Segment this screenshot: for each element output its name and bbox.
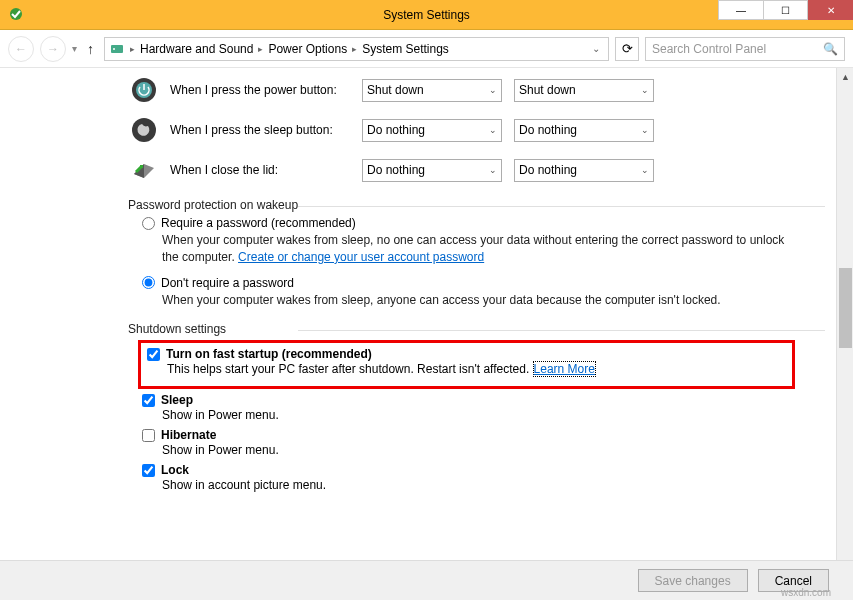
require-password-radio[interactable] — [142, 217, 155, 230]
require-password-desc: When your computer wakes from sleep, no … — [162, 232, 795, 266]
fast-startup-checkbox[interactable] — [147, 348, 160, 361]
lid-label: When I close the lid: — [170, 163, 350, 177]
control-panel-icon — [109, 41, 125, 57]
lid-row: When I close the lid: Do nothing⌄ Do not… — [130, 156, 795, 184]
create-password-link[interactable]: Create or change your user account passw… — [238, 250, 484, 264]
fast-startup-option: Turn on fast startup (recommended) This … — [147, 347, 786, 376]
lock-checkbox-label[interactable]: Lock — [142, 463, 795, 477]
maximize-button[interactable]: ☐ — [763, 0, 808, 20]
no-password-radio-label[interactable]: Don't require a password — [142, 276, 795, 290]
content-area: When I press the power button: Shut down… — [0, 68, 853, 600]
require-password-text: Require a password (recommended) — [161, 216, 356, 230]
scrollbar[interactable]: ▲ ▼ — [836, 68, 853, 600]
chevron-down-icon: ⌄ — [641, 125, 649, 135]
sleep-checkbox-label[interactable]: Sleep — [142, 393, 795, 407]
sleep-button-icon — [130, 116, 158, 144]
scroll-up-icon[interactable]: ▲ — [837, 68, 853, 85]
footer: Save changes Cancel — [0, 560, 853, 600]
lock-option: Lock Show in account picture menu. — [142, 463, 795, 492]
history-dropdown-icon[interactable]: ▾ — [72, 43, 77, 54]
highlight-box: Turn on fast startup (recommended) This … — [138, 340, 795, 389]
power-battery-select[interactable]: Shut down⌄ — [362, 79, 502, 102]
power-button-icon — [130, 76, 158, 104]
fast-startup-text: Turn on fast startup (recommended) — [166, 347, 372, 361]
sleep-plugged-select[interactable]: Do nothing⌄ — [514, 119, 654, 142]
wakeup-section-title: Password protection on wakeup — [128, 198, 795, 212]
power-button-row: When I press the power button: Shut down… — [130, 76, 795, 104]
learn-more-link[interactable]: Learn More — [533, 361, 596, 377]
sleep-button-label: When I press the sleep button: — [170, 123, 350, 137]
system-icon — [8, 6, 24, 22]
hibernate-desc: Show in Power menu. — [162, 443, 795, 457]
shutdown-section-title: Shutdown settings — [128, 322, 795, 336]
lid-plugged-select[interactable]: Do nothing⌄ — [514, 159, 654, 182]
power-plugged-select[interactable]: Shut down⌄ — [514, 79, 654, 102]
fast-startup-desc: This helps start your PC faster after sh… — [167, 362, 786, 376]
refresh-button[interactable]: ⟳ — [615, 37, 639, 61]
sleep-desc: Show in Power menu. — [162, 408, 795, 422]
chevron-down-icon: ⌄ — [489, 85, 497, 95]
require-password-radio-label[interactable]: Require a password (recommended) — [142, 216, 795, 230]
chevron-down-icon: ⌄ — [489, 165, 497, 175]
svg-rect-1 — [111, 45, 123, 53]
search-icon: 🔍 — [823, 42, 838, 56]
scroll-thumb[interactable] — [839, 268, 852, 348]
power-button-label: When I press the power button: — [170, 83, 350, 97]
close-button[interactable]: ✕ — [808, 0, 853, 20]
chevron-down-icon: ⌄ — [641, 165, 649, 175]
chevron-right-icon: ▸ — [349, 44, 360, 54]
require-password-option: Require a password (recommended) When yo… — [142, 216, 795, 266]
svg-point-2 — [113, 48, 115, 50]
sleep-checkbox[interactable] — [142, 394, 155, 407]
hibernate-text: Hibernate — [161, 428, 216, 442]
search-placeholder: Search Control Panel — [652, 42, 766, 56]
lock-checkbox[interactable] — [142, 464, 155, 477]
address-dropdown-icon[interactable]: ⌄ — [588, 43, 604, 54]
crumb-power[interactable]: Power Options — [268, 42, 347, 56]
sleep-text: Sleep — [161, 393, 193, 407]
hibernate-checkbox[interactable] — [142, 429, 155, 442]
chevron-down-icon: ⌄ — [641, 85, 649, 95]
search-input[interactable]: Search Control Panel 🔍 — [645, 37, 845, 61]
chevron-down-icon: ⌄ — [489, 125, 497, 135]
up-button[interactable]: ↑ — [83, 41, 98, 57]
minimize-button[interactable]: — — [718, 0, 763, 20]
fast-startup-checkbox-label[interactable]: Turn on fast startup (recommended) — [147, 347, 786, 361]
forward-button[interactable]: → — [40, 36, 66, 62]
titlebar: System Settings — ☐ ✕ — [0, 0, 853, 30]
back-button[interactable]: ← — [8, 36, 34, 62]
crumb-hardware[interactable]: Hardware and Sound — [140, 42, 253, 56]
hibernate-checkbox-label[interactable]: Hibernate — [142, 428, 795, 442]
navbar: ← → ▾ ↑ ▸ Hardware and Sound ▸ Power Opt… — [0, 30, 853, 68]
sleep-battery-select[interactable]: Do nothing⌄ — [362, 119, 502, 142]
lock-desc: Show in account picture menu. — [162, 478, 795, 492]
no-password-radio[interactable] — [142, 276, 155, 289]
lock-text: Lock — [161, 463, 189, 477]
lid-icon — [130, 156, 158, 184]
save-button[interactable]: Save changes — [638, 569, 748, 592]
lid-battery-select[interactable]: Do nothing⌄ — [362, 159, 502, 182]
sleep-option: Sleep Show in Power menu. — [142, 393, 795, 422]
hibernate-option: Hibernate Show in Power menu. — [142, 428, 795, 457]
crumb-system-settings[interactable]: System Settings — [362, 42, 449, 56]
breadcrumb[interactable]: ▸ Hardware and Sound ▸ Power Options ▸ S… — [104, 37, 609, 61]
svg-point-0 — [10, 8, 22, 20]
chevron-right-icon: ▸ — [127, 44, 138, 54]
watermark: wsxdn.com — [781, 587, 831, 598]
sleep-button-row: When I press the sleep button: Do nothin… — [130, 116, 795, 144]
no-password-desc: When your computer wakes from sleep, any… — [162, 292, 795, 309]
no-password-text: Don't require a password — [161, 276, 294, 290]
chevron-right-icon: ▸ — [255, 44, 266, 54]
no-password-option: Don't require a password When your compu… — [142, 276, 795, 309]
